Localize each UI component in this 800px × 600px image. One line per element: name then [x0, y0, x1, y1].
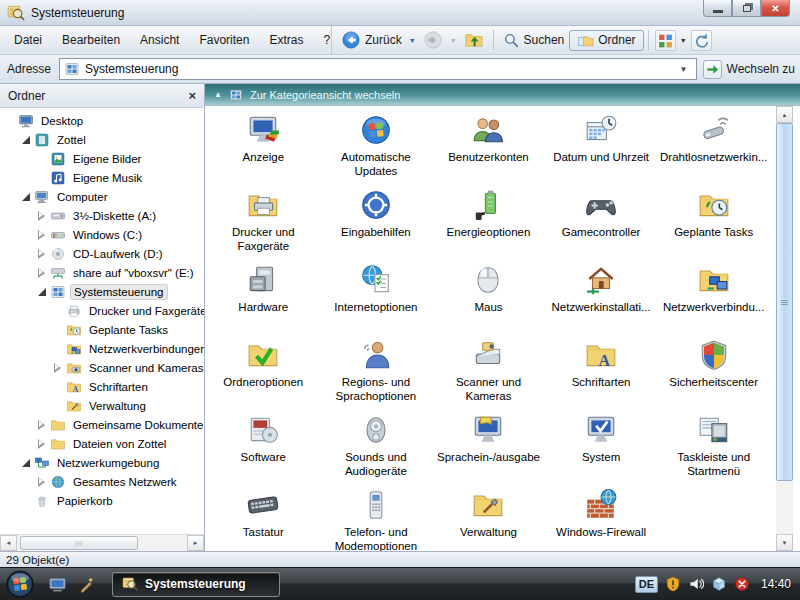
security-alert-icon[interactable] — [665, 576, 681, 592]
cp-item-datum-und-uhrzeit[interactable]: Datum und Uhrzeit — [547, 113, 655, 188]
tree-item-schriftarten[interactable]: ASchriftarten — [0, 377, 204, 396]
address-input[interactable]: Systemsteuerung ▼ — [59, 58, 696, 80]
scroll-track[interactable]: ||| — [17, 535, 187, 551]
cp-item-energieoptionen[interactable]: Energieoptionen — [434, 188, 542, 263]
folders-button[interactable]: Ordner — [569, 30, 643, 51]
tree-item-desktop[interactable]: Desktop — [0, 111, 204, 130]
cp-item-telefon-und-modemoptionen[interactable]: Telefon- und Modemoptionen — [322, 488, 430, 551]
cp-item-anzeige[interactable]: Anzeige — [209, 113, 317, 188]
expander-expanded-icon[interactable] — [36, 286, 48, 298]
expander-collapsed-icon[interactable] — [52, 362, 64, 374]
back-dropdown-chevron[interactable]: ▼ — [409, 37, 416, 44]
tree-item-eigene-bilder[interactable]: Eigene Bilder — [0, 149, 204, 168]
tree-item-cd-laufwerk-d[interactable]: CD-Laufwerk (D:) — [0, 244, 204, 263]
collapse-triangle-icon[interactable]: ▲ — [214, 91, 222, 99]
expander-collapsed-icon[interactable] — [36, 229, 48, 241]
expander-collapsed-icon[interactable] — [36, 419, 48, 431]
cp-item-automatische-updates[interactable]: Automatische Updates — [322, 113, 430, 188]
expander-expanded-icon[interactable] — [20, 457, 32, 469]
up-button[interactable] — [459, 28, 489, 52]
scroll-down-arrow[interactable]: ▼ — [776, 534, 793, 551]
tree-item-geplante-tasks[interactable]: Geplante Tasks — [0, 320, 204, 339]
scroll-up-arrow[interactable]: ▲ — [776, 106, 793, 123]
scroll-right-arrow[interactable]: ► — [187, 535, 204, 551]
views-dropdown-chevron[interactable]: ▼ — [680, 37, 687, 44]
back-button[interactable]: Zurück — [336, 28, 407, 52]
expander-collapsed-icon[interactable] — [36, 438, 48, 450]
scroll-left-arrow[interactable]: ◄ — [0, 535, 17, 551]
volume-icon[interactable] — [688, 576, 704, 592]
restore-button[interactable] — [732, 0, 761, 17]
tree-item-eigene-musik[interactable]: Eigene Musik — [0, 168, 204, 187]
cp-item-drahtlosnetzwerkin[interactable]: Drahtlosnetzwerkin... — [660, 113, 768, 188]
scroll-thumb[interactable]: ||| — [20, 536, 138, 550]
task-button-systemsteuerung[interactable]: Systemsteuerung — [112, 572, 280, 597]
tree-item-drucker-und-faxger-te[interactable]: Drucker und Faxgeräte — [0, 301, 204, 320]
cp-item-tastatur[interactable]: Tastatur — [209, 488, 317, 551]
expander-collapsed-icon[interactable] — [36, 476, 48, 488]
sidebar-close-icon[interactable]: × — [188, 89, 196, 102]
cp-item-drucker-und-faxger-te[interactable]: Drucker und Faxgeräte — [209, 188, 317, 263]
tree-item-dateien-von-zottel[interactable]: Dateien von Zottel — [0, 434, 204, 453]
expander-expanded-icon[interactable] — [20, 134, 32, 146]
tree-item-zottel[interactable]: Zottel — [0, 130, 204, 149]
go-button[interactable]: Wechseln zu — [703, 60, 795, 79]
cp-item-taskleiste-und-startmen[interactable]: Taskleiste und Startmenü — [660, 413, 768, 488]
cp-item-schriftarten[interactable]: ASchriftarten — [547, 338, 655, 413]
cp-item-windows-firewall[interactable]: Windows-Firewall — [547, 488, 655, 551]
refresh-button[interactable] — [691, 30, 712, 51]
launcher-icon[interactable] — [76, 575, 95, 594]
cp-item-system[interactable]: System — [547, 413, 655, 488]
cp-item-netzwerkinstallati[interactable]: Netzwerkinstallati... — [547, 263, 655, 338]
menu-bearbeiten[interactable]: Bearbeiten — [52, 29, 130, 51]
minimize-button[interactable] — [703, 0, 732, 17]
cp-item-ordneroptionen[interactable]: Ordneroptionen — [209, 338, 317, 413]
close-button[interactable]: ✕ — [761, 0, 790, 17]
tree-item-netzwerkumgebung[interactable]: Netzwerkumgebung — [0, 453, 204, 472]
cp-item-eingabehilfen[interactable]: Eingabehilfen — [322, 188, 430, 263]
language-indicator[interactable]: DE — [635, 576, 658, 593]
tree-item-verwaltung[interactable]: Verwaltung — [0, 396, 204, 415]
forward-button[interactable] — [418, 28, 448, 52]
expander-collapsed-icon[interactable] — [36, 248, 48, 260]
menu-ansicht[interactable]: Ansicht — [130, 29, 189, 51]
menu-datei[interactable]: Datei — [4, 29, 52, 51]
cp-item-netzwerkverbindu[interactable]: Netzwerkverbindu... — [660, 263, 768, 338]
cp-item-software[interactable]: Software — [209, 413, 317, 488]
cp-item-scanner-und-kameras[interactable]: Scanner und Kameras — [434, 338, 542, 413]
tree-item-share-auf-vboxsvr-e[interactable]: share auf "vboxsvr" (E:) — [0, 263, 204, 282]
scroll-thumb[interactable] — [776, 123, 793, 481]
cp-item-geplante-tasks[interactable]: Geplante Tasks — [660, 188, 768, 263]
tree-item-netzwerkverbindungen[interactable]: Netzwerkverbindungen — [0, 339, 204, 358]
tree-item-computer[interactable]: Computer — [0, 187, 204, 206]
tree-item-gemeinsame-dokumente[interactable]: Gemeinsame Dokumente — [0, 415, 204, 434]
views-button[interactable] — [655, 30, 676, 51]
menu-favoriten[interactable]: Favoriten — [189, 29, 259, 51]
expander-collapsed-icon[interactable] — [36, 210, 48, 222]
cp-item-sicherheitscenter[interactable]: Sicherheitscenter — [660, 338, 768, 413]
expander-expanded-icon[interactable] — [20, 191, 32, 203]
category-view-banner[interactable]: ▲ Zur Kategorieansicht wechseln — [205, 84, 800, 106]
search-button[interactable]: Suchen — [498, 30, 570, 51]
menu-extras[interactable]: Extras — [259, 29, 313, 51]
sidebar-horizontal-scrollbar[interactable]: ◄ ||| ► — [0, 534, 204, 551]
tree-item-scanner-und-kameras[interactable]: Scanner und Kameras — [0, 358, 204, 377]
cp-item-benutzerkonten[interactable]: Benutzerkonten — [434, 113, 542, 188]
cp-item-regions-und-sprachoptionen[interactable]: Regions- und Sprachoptionen — [322, 338, 430, 413]
cp-item-gamecontroller[interactable]: Gamecontroller — [547, 188, 655, 263]
title-bar[interactable]: Systemsteuerung ✕ — [0, 0, 800, 26]
error-icon[interactable] — [734, 576, 750, 592]
cp-item-hardware[interactable]: Hardware — [209, 263, 317, 338]
tree-item-systemsteuerung[interactable]: Systemsteuerung — [0, 282, 204, 301]
vertical-scrollbar[interactable]: ▲ ▼ — [776, 106, 793, 551]
cp-item-verwaltung[interactable]: Verwaltung — [434, 488, 542, 551]
tree-item-gesamtes-netzwerk[interactable]: Gesamtes Netzwerk — [0, 472, 204, 491]
expander-collapsed-icon[interactable] — [36, 267, 48, 279]
address-dropdown-chevron[interactable]: ▼ — [676, 65, 692, 74]
tree-item-papierkorb[interactable]: Papierkorb — [0, 491, 204, 510]
cp-item-sprachein-ausgabe[interactable]: Sprachein-/ausgabe — [434, 413, 542, 488]
show-desktop-icon[interactable] — [48, 575, 67, 594]
tree-item-3-diskette-a[interactable]: 3½-Diskette (A:) — [0, 206, 204, 225]
vbox-icon[interactable] — [711, 576, 727, 592]
cp-item-maus[interactable]: Maus — [434, 263, 542, 338]
